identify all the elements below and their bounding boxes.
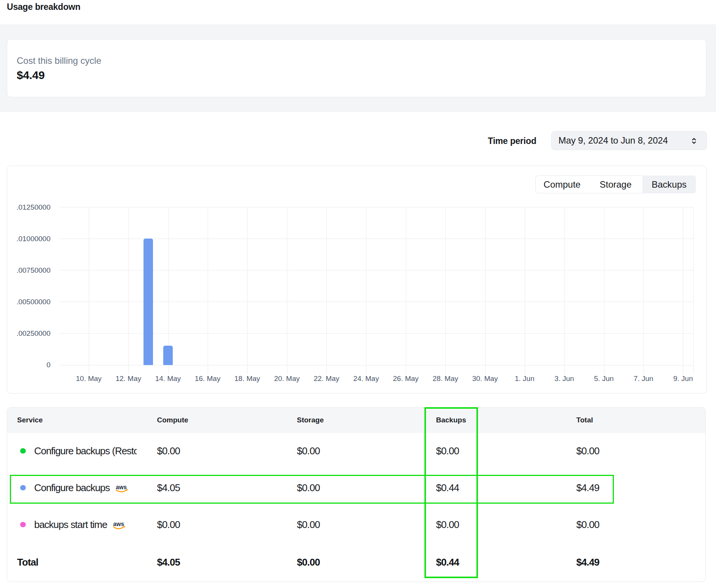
svg-text:aws: aws <box>113 521 124 528</box>
